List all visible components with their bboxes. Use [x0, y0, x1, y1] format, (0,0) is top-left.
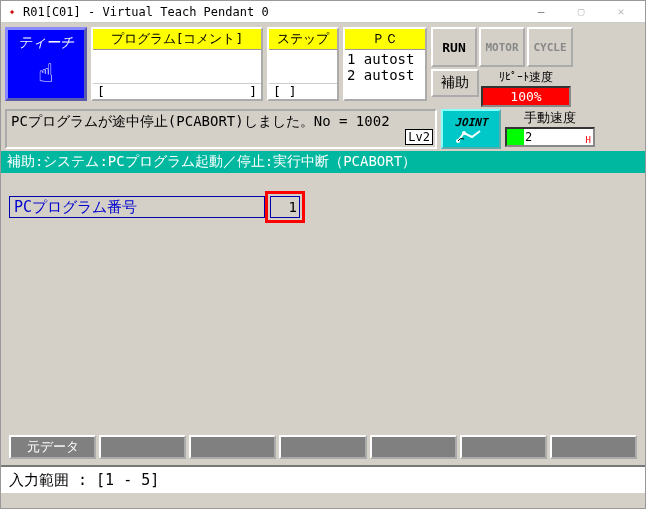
status-text: PCプログラムが途中停止(PCABORT)しました。No = 1002 — [11, 113, 390, 129]
svg-point-1 — [462, 131, 466, 135]
program-footer: [ ] — [93, 83, 261, 99]
breadcrumb-bar: 補助:システム:PCプログラム起動／停止:実行中断（PCABORT） — [1, 151, 645, 173]
pc-program-number-input[interactable]: 1 — [270, 196, 300, 218]
teach-label: ティーチ — [18, 34, 74, 52]
pc-line-1: 1 autost — [347, 51, 423, 67]
status-row: PCプログラムが途中停止(PCABORT)しました。No = 1002 Lv2 … — [1, 109, 645, 151]
softkey-6[interactable] — [460, 435, 547, 459]
status-message: PCプログラムが途中停止(PCABORT)しました。No = 1002 Lv2 — [5, 109, 437, 149]
step-panel: ステップ [ ] — [267, 27, 339, 101]
softkey-7[interactable] — [550, 435, 637, 459]
joint-label: JOINT — [454, 116, 487, 129]
pc-body: 1 autost 2 autost — [345, 50, 425, 99]
pc-line-2: 2 autost — [347, 67, 423, 83]
window-controls: — ▢ ✕ — [521, 2, 641, 22]
aux-button[interactable]: 補助 — [431, 69, 479, 97]
robot-arm-icon — [456, 129, 486, 143]
pc-panel: ＰＣ 1 autost 2 autost — [343, 27, 427, 101]
manual-speed-fill — [507, 129, 524, 145]
softkey-2[interactable] — [99, 435, 186, 459]
app-icon: ✦ — [5, 5, 19, 19]
run-button[interactable]: RUN — [431, 27, 477, 67]
right-column: RUN MOTOR CYCLE 補助 ﾘﾋﾟｰﾄ速度 100% — [431, 27, 573, 107]
repeat-speed: ﾘﾋﾟｰﾄ速度 100% — [481, 69, 571, 107]
step-header: ステップ — [269, 29, 337, 50]
softkey-1[interactable]: 元データ — [9, 435, 96, 459]
repeat-speed-label: ﾘﾋﾟｰﾄ速度 — [481, 69, 571, 86]
manual-speed-bar[interactable]: 2 H — [505, 127, 595, 147]
field-row: PCプログラム番号 1 — [9, 191, 637, 223]
titlebar: ✦ R01[C01] - Virtual Teach Pendant 0 — ▢… — [1, 1, 645, 23]
softkey-row: 元データ — [9, 435, 637, 459]
pc-program-number-highlight: 1 — [265, 191, 305, 223]
motor-button[interactable]: MOTOR — [479, 27, 525, 67]
app-window: ✦ R01[C01] - Virtual Teach Pendant 0 — ▢… — [0, 0, 646, 509]
program-panel: プログラム[コメント] [ ] — [91, 27, 263, 101]
program-body — [93, 50, 261, 83]
pc-program-number-label: PCプログラム番号 — [9, 196, 265, 218]
level-box[interactable]: Lv2 — [405, 129, 433, 145]
cursor-icon: ☝ — [38, 58, 54, 88]
top-row: ティーチ ☝ プログラム[コメント] [ ] ステップ [ ] ＰＣ 1 aut… — [1, 23, 645, 109]
softkey-4[interactable] — [279, 435, 366, 459]
manual-speed-label: 手動速度 — [505, 109, 595, 127]
step-footer: [ ] — [269, 83, 337, 99]
close-button: ✕ — [601, 2, 641, 22]
maximize-button: ▢ — [561, 2, 601, 22]
cycle-button[interactable]: CYCLE — [527, 27, 573, 67]
manual-speed-value: 2 — [525, 130, 532, 144]
step-body — [269, 50, 337, 83]
joint-button[interactable]: JOINT — [441, 109, 501, 149]
manual-speed-h: H — [586, 135, 591, 145]
main-area: PCプログラム番号 1 元データ — [1, 173, 645, 465]
pc-header: ＰＣ — [345, 29, 425, 50]
input-range: 入力範囲 : [1 - 5] — [1, 465, 645, 493]
program-header: プログラム[コメント] — [93, 29, 261, 50]
teach-button[interactable]: ティーチ ☝ — [5, 27, 87, 101]
softkey-5[interactable] — [370, 435, 457, 459]
minimize-button[interactable]: — — [521, 2, 561, 22]
manual-speed: 手動速度 2 H — [505, 109, 595, 149]
repeat-speed-value: 100% — [481, 86, 571, 107]
softkey-3[interactable] — [189, 435, 276, 459]
window-title: R01[C01] - Virtual Teach Pendant 0 — [23, 5, 521, 19]
